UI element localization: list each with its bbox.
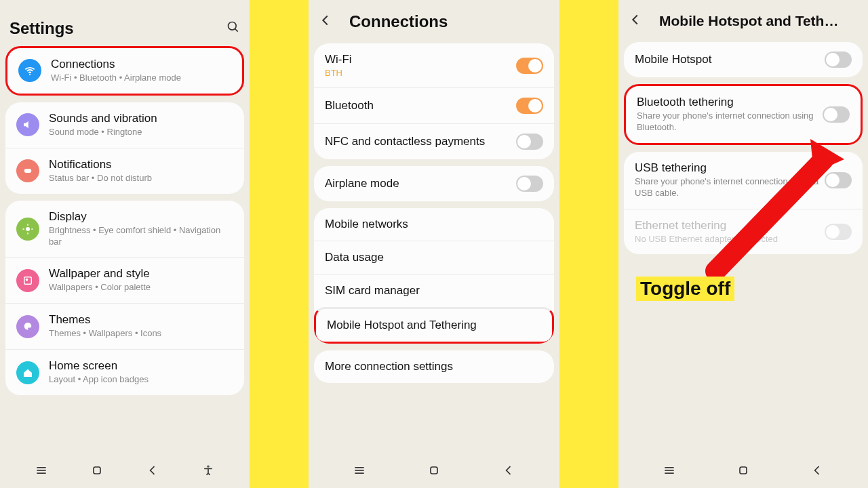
- row-display[interactable]: Display Brightness • Eye comfort shield …: [5, 201, 244, 258]
- home-icon: [16, 361, 39, 384]
- row-themes[interactable]: Themes Themes • Wallpapers • Icons: [5, 303, 244, 349]
- display-icon: [16, 218, 39, 241]
- svg-rect-9: [24, 277, 32, 285]
- svg-point-4: [26, 227, 30, 231]
- recents-icon[interactable]: [353, 464, 366, 480]
- back-icon[interactable]: [318, 13, 341, 30]
- row-sub: BTH: [325, 68, 516, 78]
- row-sub: Themes • Wallpapers • Icons: [49, 328, 233, 340]
- row-data-usage[interactable]: Data usage: [314, 241, 554, 274]
- row-title: Home screen: [49, 359, 233, 373]
- row-sub: Status bar • Do not disturb: [49, 173, 233, 184]
- page-title: Mobile Hotspot and Teth…: [659, 13, 838, 29]
- row-sub: Share your phone's internet connection u…: [635, 176, 825, 199]
- row-more-connections[interactable]: More connection settings: [314, 350, 554, 383]
- nav-bar: [0, 460, 250, 484]
- row-bluetooth[interactable]: Bluetooth: [314, 87, 554, 123]
- speaker-icon: [16, 113, 39, 136]
- row-sub: No USB Ethernet adapter connected: [635, 234, 825, 245]
- row-title: Bluetooth tethering: [637, 96, 823, 109]
- row-ethernet-tethering: Ethernet tethering No USB Ethernet adapt…: [624, 209, 863, 255]
- connections-screen: Connections Wi-Fi BTH Bluetooth NFC and …: [309, 0, 559, 488]
- row-title: Display: [49, 210, 233, 224]
- home-nav-icon[interactable]: [736, 464, 750, 480]
- notifications-icon: [16, 159, 39, 182]
- home-nav-icon[interactable]: [90, 464, 104, 480]
- row-wallpaper[interactable]: Wallpaper and style Wallpapers • Color p…: [5, 257, 244, 303]
- row-sub: Share your phone's internet connection u…: [637, 110, 823, 134]
- airplane-toggle[interactable]: [516, 176, 543, 192]
- row-title: Connections: [51, 58, 231, 71]
- back-nav-icon[interactable]: [146, 464, 159, 480]
- row-home[interactable]: Home screen Layout • App icon badges: [5, 349, 244, 395]
- page-title: Connections: [349, 12, 448, 31]
- row-wifi[interactable]: Wi-Fi BTH: [314, 43, 554, 87]
- hotspot-screen: Mobile Hotspot and Teth… Mobile Hotspot …: [618, 0, 868, 488]
- row-title: Notifications: [49, 158, 233, 171]
- row-title: NFC and contactless payments: [325, 135, 516, 148]
- row-sub: Sound mode • Ringtone: [49, 127, 233, 138]
- row-hotspot-tethering[interactable]: Mobile Hotspot and Tethering: [314, 307, 554, 344]
- themes-icon: [16, 315, 39, 338]
- bluetooth-toggle[interactable]: [516, 98, 543, 114]
- row-mobile-networks[interactable]: Mobile networks: [314, 208, 554, 241]
- page-title: Settings: [9, 19, 74, 38]
- row-usb-tethering[interactable]: USB tethering Share your phone's interne…: [624, 152, 863, 209]
- back-nav-icon[interactable]: [810, 464, 824, 480]
- row-title: Themes: [49, 313, 233, 327]
- row-title: Wi-Fi: [325, 53, 516, 66]
- bluetooth-tethering-toggle[interactable]: [823, 106, 850, 123]
- mobile-hotspot-toggle[interactable]: [825, 52, 852, 68]
- svg-point-10: [26, 279, 27, 280]
- svg-point-0: [229, 22, 237, 30]
- wifi-icon: [18, 59, 41, 82]
- wallpaper-icon: [16, 269, 39, 292]
- row-sub: Layout • App icon badges: [49, 374, 233, 386]
- row-title: Bluetooth: [325, 99, 516, 113]
- svg-rect-23: [740, 467, 747, 474]
- row-sim[interactable]: SIM card manager: [314, 274, 554, 307]
- row-notifications[interactable]: Notifications Status bar • Do not distur…: [5, 148, 244, 194]
- row-title: Wallpaper and style: [49, 267, 233, 281]
- row-connections[interactable]: Connections Wi-Fi • Bluetooth • Airplane…: [7, 48, 242, 94]
- ethernet-tethering-toggle: [825, 224, 852, 240]
- row-title: Mobile networks: [325, 218, 543, 231]
- row-airplane[interactable]: Airplane mode: [314, 166, 554, 201]
- svg-line-1: [235, 29, 238, 32]
- row-title: More connection settings: [325, 360, 543, 373]
- recents-icon[interactable]: [663, 464, 676, 480]
- nfc-toggle[interactable]: [516, 134, 543, 150]
- divider-strip: [250, 0, 309, 488]
- row-title: USB tethering: [635, 161, 825, 175]
- row-title: SIM card manager: [325, 284, 543, 298]
- usb-tethering-toggle[interactable]: [825, 172, 852, 188]
- row-nfc[interactable]: NFC and contactless payments: [314, 123, 554, 159]
- svg-point-15: [207, 466, 209, 468]
- annotation-callout: Toggle off: [636, 277, 734, 301]
- accessibility-icon[interactable]: [201, 464, 215, 480]
- divider-strip: [559, 0, 618, 488]
- row-sub: Wi-Fi • Bluetooth • Airplane mode: [51, 73, 231, 84]
- row-title: Data usage: [325, 251, 543, 264]
- svg-rect-3: [24, 169, 32, 173]
- row-sub: Brightness • Eye comfort shield • Naviga…: [49, 225, 233, 248]
- wifi-toggle[interactable]: [516, 58, 543, 74]
- search-icon[interactable]: [226, 20, 240, 37]
- nav-bar: [618, 460, 868, 484]
- back-nav-icon[interactable]: [502, 464, 515, 480]
- svg-point-2: [29, 74, 31, 75]
- home-nav-icon[interactable]: [427, 464, 441, 480]
- svg-rect-14: [94, 467, 100, 474]
- row-bluetooth-tethering[interactable]: Bluetooth tethering Share your phone's i…: [626, 86, 861, 143]
- row-title: Sounds and vibration: [49, 112, 233, 125]
- row-sub: Wallpapers • Color palette: [49, 282, 233, 293]
- row-title: Ethernet tethering: [635, 219, 825, 232]
- recents-icon[interactable]: [35, 464, 48, 480]
- nav-bar: [309, 460, 559, 484]
- row-title: Mobile Hotspot: [635, 53, 825, 66]
- back-icon[interactable]: [628, 12, 651, 30]
- row-title: Airplane mode: [325, 177, 516, 190]
- row-sounds[interactable]: Sounds and vibration Sound mode • Ringto…: [5, 102, 244, 148]
- row-mobile-hotspot[interactable]: Mobile Hotspot: [624, 42, 863, 77]
- row-title: Mobile Hotspot and Tethering: [327, 319, 541, 332]
